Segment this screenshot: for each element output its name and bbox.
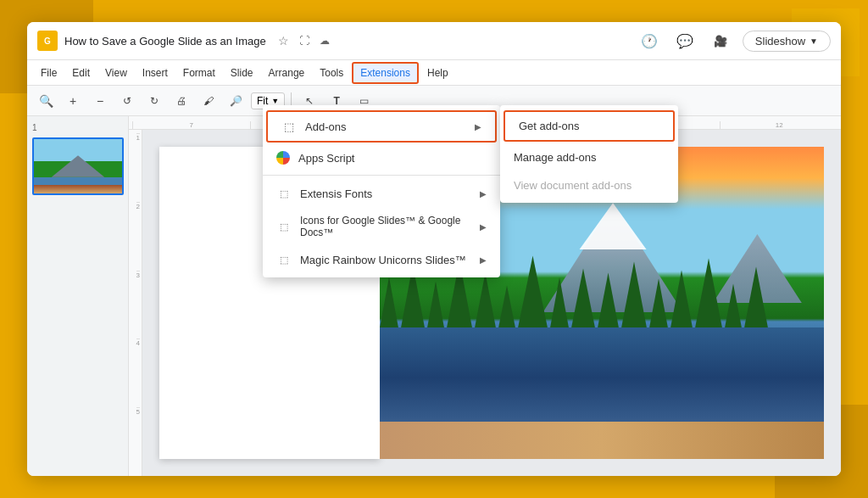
- slide-thumbnail[interactable]: [32, 137, 124, 195]
- menu-help[interactable]: Help: [420, 64, 455, 82]
- menu-extensis[interactable]: ⬚ Extensis Fonts ▶: [263, 179, 500, 208]
- icons-slides-icon: ⬚: [276, 219, 292, 234]
- menubar: File Edit View Insert Format Slide Arran…: [27, 60, 841, 86]
- history-button[interactable]: 🕐: [636, 27, 663, 54]
- folder-icon[interactable]: ⛶: [297, 33, 312, 48]
- menu-tools[interactable]: Tools: [313, 64, 350, 82]
- water-reflection: [380, 327, 824, 428]
- apps-script-icon: [276, 151, 290, 165]
- slideshow-label: Slideshow: [755, 35, 805, 48]
- tree-12: [649, 278, 668, 327]
- ruler-mark-7: 7: [132, 121, 250, 129]
- tree-9: [571, 268, 595, 327]
- ruler-v-5: 5: [136, 407, 140, 476]
- tree-6: [498, 285, 515, 327]
- tree-8: [550, 277, 569, 327]
- cloud-icon: ☁: [317, 33, 332, 48]
- star-icon[interactable]: ☆: [276, 33, 292, 48]
- menu-addons[interactable]: ⬚ Add-ons ▶: [266, 110, 497, 143]
- menu-edit[interactable]: Edit: [65, 64, 97, 82]
- submenu-view-addons: View document add-ons: [500, 171, 678, 199]
- mountain-snow-1: [570, 203, 655, 249]
- menu-insert[interactable]: Insert: [136, 64, 175, 82]
- tree-14: [695, 258, 722, 327]
- slide-thumbnail-image: [34, 139, 122, 193]
- extensions-dropdown: ⬚ Add-ons ▶ Apps Script ⬚ Extensis Fonts…: [263, 105, 500, 277]
- menu-view[interactable]: View: [98, 64, 134, 82]
- titlebar: G How to Save a Google Slide as an Image…: [27, 22, 841, 60]
- print-button[interactable]: 🖨: [170, 89, 193, 113]
- zoom-view-button[interactable]: 🔎: [224, 89, 248, 113]
- menu-arrange[interactable]: Arrange: [262, 64, 312, 82]
- slides-panel: 1: [27, 116, 129, 476]
- zoom-out-button[interactable]: −: [88, 89, 112, 113]
- icons-slides-arrow: ▶: [480, 222, 487, 232]
- menu-file[interactable]: File: [34, 64, 64, 82]
- document-title: How to Save a Google Slide as an Image: [64, 35, 266, 48]
- icons-slides-label: Icons for Google Slides™ & Google Docs™: [300, 215, 471, 238]
- menu-separator-1: [263, 175, 500, 176]
- ruler-v-4: 4: [136, 339, 140, 407]
- tree-15: [725, 283, 742, 327]
- addons-label: Add-ons: [305, 120, 346, 133]
- menu-apps-script[interactable]: Apps Script: [263, 144, 500, 171]
- tree-7: [518, 255, 548, 327]
- search-button[interactable]: 🔍: [34, 89, 58, 113]
- submenu-manage-addons[interactable]: Manage add-ons: [500, 143, 678, 171]
- tree-10: [598, 272, 619, 327]
- tree-1: [380, 277, 398, 327]
- menu-icons-slides[interactable]: ⬚ Icons for Google Slides™ & Google Docs…: [263, 208, 500, 245]
- ruler-v-2: 2: [136, 202, 140, 271]
- magic-rainbow-label: Magic Rainbow Unicorns Slides™: [300, 254, 466, 266]
- tree-11: [621, 261, 647, 327]
- share-video-button[interactable]: 🎥: [707, 27, 734, 54]
- menu-magic-rainbow[interactable]: ⬚ Magic Rainbow Unicorns Slides™ ▶: [263, 245, 500, 274]
- extensis-icon: ⬚: [276, 186, 292, 201]
- extensis-arrow: ▶: [480, 189, 487, 199]
- addons-icon: ⬚: [281, 119, 297, 134]
- thumbnail-mountain: [52, 155, 104, 177]
- magic-rainbow-arrow: ▶: [480, 255, 487, 265]
- fit-arrow: ▼: [271, 97, 279, 105]
- apps-script-label: Apps Script: [298, 152, 354, 165]
- paint-format-button[interactable]: 🖌: [197, 89, 220, 113]
- ruler-v-1: 1: [136, 133, 140, 202]
- redo-button[interactable]: ↻: [142, 89, 166, 113]
- ruler-v-3: 3: [136, 271, 140, 339]
- tree-5: [475, 272, 496, 327]
- tree-3: [427, 281, 444, 327]
- menu-format[interactable]: Format: [176, 64, 222, 82]
- main-window: G How to Save a Google Slide as an Image…: [27, 22, 841, 476]
- title-icons: ☆ ⛶ ☁: [276, 33, 332, 48]
- extensis-label: Extensis Fonts: [300, 187, 372, 200]
- addons-submenu: Get add-ons Manage add-ons View document…: [500, 105, 678, 203]
- slide-number: 1: [32, 123, 123, 132]
- slideshow-button[interactable]: Slideshow ▼: [743, 31, 831, 52]
- comments-button[interactable]: 💬: [671, 27, 698, 54]
- get-addons-label: Get add-ons: [519, 120, 580, 132]
- tree-13: [670, 270, 693, 327]
- menu-slide[interactable]: Slide: [224, 64, 260, 82]
- ruler-mark-12: 12: [720, 121, 837, 129]
- manage-addons-label: Manage add-ons: [514, 151, 597, 164]
- view-addons-label: View document add-ons: [514, 179, 632, 192]
- app-icon-label: G: [44, 36, 51, 46]
- undo-button[interactable]: ↺: [115, 89, 139, 113]
- tree-16: [744, 266, 768, 327]
- zoom-in-button[interactable]: +: [61, 89, 85, 113]
- submenu-get-addons[interactable]: Get add-ons: [504, 110, 675, 142]
- app-icon: G: [37, 31, 58, 51]
- titlebar-right: 🕐 💬 🎥 Slideshow ▼: [636, 27, 831, 54]
- ruler-left: 1 2 3 4 5: [129, 130, 142, 476]
- magic-rainbow-icon: ⬚: [276, 252, 292, 267]
- addons-arrow: ▶: [475, 122, 481, 131]
- ground-strip: [380, 422, 824, 459]
- slideshow-arrow: ▼: [810, 36, 818, 46]
- menu-extensions[interactable]: Extensions: [352, 62, 419, 84]
